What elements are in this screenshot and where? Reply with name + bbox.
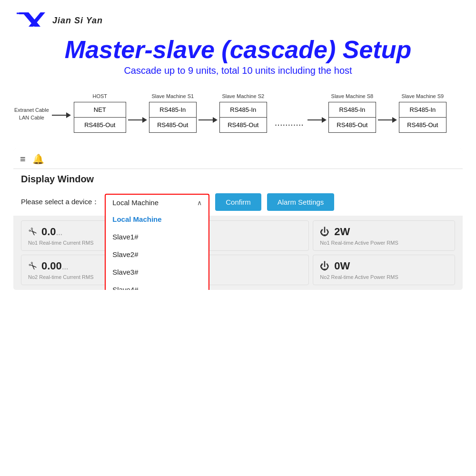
display-window-header: Display Window [13,169,463,188]
machine-s9: Slave Machine S9 RS485-In RS485-Out [399,93,446,133]
data-card-3: ⏻ 2W No1 Real-time Active Power RMS [313,220,455,251]
dropdown-item-slave2[interactable]: Slave2# [106,246,208,263]
data-card-6: ⏻ 0W No2 Real-time Active Power RMS [313,255,455,285]
machine-host: HOST NET RS485-Out [74,93,126,133]
dropdown-menu: Local Machine Slave1# Slave2# Slave3# Sl… [105,210,209,290]
machine-label-s1: Slave Machine S1 [151,93,194,99]
cable-arrow [52,112,71,118]
machine-box-s9: RS485-In RS485-Out [399,102,446,133]
machine-label-s8: Slave Machine S8 [331,93,374,99]
data-label-6: No2 Real-time Active Power RMS [320,274,448,280]
arrow-2 [198,117,218,123]
app-container: ≡ 🔔 Display Window Please select a devic… [13,149,463,290]
chevron-up-icon: ∧ [197,199,202,207]
logo-text: Jian Si Yan [52,16,103,26]
plug-icon-2: ✂ [25,259,40,274]
display-window-title: Display Window [21,174,94,184]
dropdown-trigger[interactable]: Local Machine ∧ [105,194,209,210]
device-select-row: Please select a device： Local Machine ∧ … [13,188,463,216]
machine-box-host: NET RS485-Out [74,102,126,133]
s2-row-in: RS485-In [220,102,267,118]
s9-row-out: RS485-Out [399,118,446,132]
machine-box-s1: RS485-In RS485-Out [149,102,197,133]
plug-icon-1: ✂ [25,225,40,239]
data-card-3-row1: ⏻ 2W [320,226,448,238]
dropdown-wrapper: Local Machine ∧ Local Machine Slave1# Sl… [105,194,209,210]
alarm-settings-button[interactable]: Alarm Settings [267,193,335,211]
logo-icon [14,9,48,32]
s2-row-out: RS485-Out [220,118,267,132]
power-icon-2: ⏻ [320,261,329,272]
data-value-1: 0.0… [41,226,63,238]
app-toolbar: ≡ 🔔 [13,149,463,169]
dots-separator: ...........X [275,117,304,139]
diagram-container: Extranet Cable LAN Cable HOST NET RS485-… [14,89,462,144]
bell-icon[interactable]: 🔔 [32,153,44,165]
data-cards-grid: ✂ 0.0… No1 Real-time Current RMS 80.61V … [13,216,463,290]
cable-label: Extranet Cable LAN Cable [14,107,49,121]
host-row-net: NET [74,102,126,118]
machine-s1: Slave Machine S1 RS485-In RS485-Out [149,93,197,133]
data-label-3: No1 Real-time Active Power RMS [320,240,448,246]
menu-icon[interactable]: ≡ [20,154,26,165]
dropdown-item-local[interactable]: Local Machine [106,210,208,228]
data-card-6-row1: ⏻ 0W [320,260,448,272]
top-section: Jian Si Yan Master-slave (cascade) Setup… [0,0,476,89]
data-value-4: 0.00… [41,260,69,272]
subtitle: Cascade up to 9 units, total 10 units in… [14,65,462,76]
confirm-button[interactable]: Confirm [215,193,261,211]
dropdown-selected-value: Local Machine [112,198,159,207]
logo-area: Jian Si Yan [14,9,462,32]
host-row-rs485out: RS485-Out [74,118,126,132]
machine-s2: Slave Machine S2 RS485-In RS485-Out [219,93,267,133]
arrow-4 [378,117,397,123]
dropdown-item-slave1[interactable]: Slave1# [106,228,208,246]
s8-row-out: RS485-Out [329,118,376,132]
dropdown-item-slave4[interactable]: Slave4# [106,281,208,290]
machine-label-host: HOST [92,93,107,99]
machine-label-s9: Slave Machine S9 [402,93,444,99]
main-title: Master-slave (cascade) Setup [14,36,462,63]
data-value-6: 0W [334,260,350,272]
dropdown-item-slave3[interactable]: Slave3# [106,263,208,281]
machine-box-s8: RS485-In RS485-Out [328,102,376,133]
s1-row-in: RS485-In [149,102,196,118]
s9-row-in: RS485-In [399,102,446,118]
machine-label-s2: Slave Machine S2 [222,93,264,99]
data-value-3: 2W [334,226,350,238]
diagram-section: Extranet Cable LAN Cable HOST NET RS485-… [0,89,476,149]
dropdown-scroll: Local Machine Slave1# Slave2# Slave3# Sl… [106,210,208,290]
device-select-label: Please select a device： [21,198,99,207]
power-icon-1: ⏻ [320,227,329,238]
s8-row-in: RS485-In [329,102,376,118]
machine-box-s2: RS485-In RS485-Out [219,102,267,133]
arrow-3 [307,117,327,123]
s1-row-out: RS485-Out [149,118,196,132]
machine-s8: Slave Machine S8 RS485-In RS485-Out [328,93,376,133]
arrow-1 [128,117,147,123]
